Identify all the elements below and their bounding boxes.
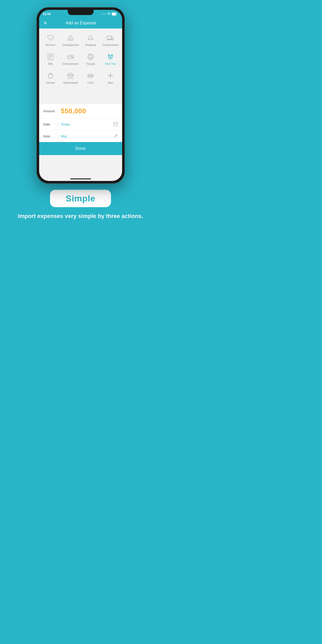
svg-point-29 bbox=[110, 57, 111, 58]
category-label-uncategorized: Uncategorized bbox=[62, 44, 79, 46]
svg-point-19 bbox=[71, 56, 72, 57]
date-label: Date bbox=[43, 122, 58, 126]
note-divider bbox=[58, 134, 58, 139]
coin-icon: $ bbox=[86, 52, 95, 61]
category-kem-thui[interactable]: Kem Thúi bbox=[101, 50, 120, 67]
category-grid: Me Kem Uncategorized bbox=[40, 31, 121, 86]
home-indicator bbox=[70, 178, 91, 179]
svg-point-8 bbox=[108, 39, 109, 40]
svg-text:25: 25 bbox=[115, 124, 116, 125]
amount-divider bbox=[58, 109, 58, 114]
category-label-kem-thui: Kem Thúi bbox=[105, 62, 116, 65]
svg-rect-1 bbox=[112, 13, 116, 15]
svg-point-20 bbox=[72, 57, 73, 58]
status-icons bbox=[101, 12, 117, 16]
battery-icon bbox=[112, 12, 117, 16]
phone-frame: 12:34 bbox=[37, 7, 125, 184]
category-area: Me Kem Uncategorized bbox=[39, 29, 122, 104]
svg-point-9 bbox=[112, 39, 113, 40]
svg-line-49 bbox=[116, 135, 117, 136]
category-entertainment[interactable]: Entertainment bbox=[61, 50, 80, 67]
signal-icon bbox=[101, 14, 106, 15]
tagline: Import expenses very simple by three act… bbox=[10, 212, 151, 220]
note-value: Meji bbox=[61, 134, 114, 138]
date-row[interactable]: Date Today 25 bbox=[39, 118, 122, 130]
category-shopping[interactable]: Shopping bbox=[81, 31, 100, 48]
warning-icon bbox=[66, 33, 75, 43]
category-label-tra-gop: Trả góp bbox=[86, 62, 95, 65]
svg-marker-37 bbox=[67, 73, 74, 75]
simple-badge: Simple bbox=[50, 190, 111, 207]
category-new[interactable]: New bbox=[101, 68, 120, 86]
bag-icon bbox=[46, 71, 55, 80]
plus-icon bbox=[106, 71, 115, 80]
category-food[interactable]: Food bbox=[81, 68, 100, 86]
pencil-icon bbox=[114, 134, 118, 139]
svg-point-3 bbox=[70, 39, 71, 40]
status-time: 12:34 bbox=[43, 12, 51, 16]
close-button[interactable]: ✕ bbox=[43, 21, 47, 25]
truck-icon bbox=[106, 33, 115, 43]
category-label-vinmart: Vinmart bbox=[46, 81, 55, 84]
svg-rect-11 bbox=[48, 54, 53, 60]
burger-icon bbox=[86, 71, 95, 80]
category-me-kem[interactable]: Me Kem bbox=[41, 31, 60, 48]
bear-icon bbox=[106, 52, 115, 61]
date-value: Today bbox=[61, 122, 113, 126]
spacer bbox=[40, 86, 121, 102]
svg-text:$: $ bbox=[90, 56, 91, 58]
category-label-new: New bbox=[108, 81, 113, 84]
category-uncategorized[interactable]: Uncategorized bbox=[61, 31, 80, 48]
bills-icon bbox=[46, 52, 55, 61]
page-title: Add an Expense bbox=[50, 21, 112, 25]
calendar-icon: 25 bbox=[113, 122, 118, 127]
basket-icon bbox=[86, 33, 95, 43]
category-label-transportation: Transportation bbox=[102, 44, 119, 46]
category-transportation[interactable]: Transportation bbox=[101, 31, 120, 48]
phone-wrapper: 12:34 bbox=[0, 0, 161, 184]
category-vinmart[interactable]: Vinmart bbox=[41, 68, 60, 86]
note-label: Note bbox=[43, 134, 58, 138]
app-header: ✕ Add an Expense bbox=[39, 18, 122, 29]
gamepad-icon bbox=[66, 52, 75, 61]
bank-icon bbox=[66, 71, 75, 80]
category-vietcombank[interactable]: Vietcombank bbox=[61, 68, 80, 86]
notch bbox=[68, 10, 94, 15]
category-tra-gop[interactable]: $ Trả góp bbox=[81, 50, 100, 67]
category-label-food: Food bbox=[88, 81, 94, 84]
amount-row: Amount 550,000 bbox=[39, 104, 122, 118]
amount-label: Amount bbox=[43, 109, 58, 113]
category-label-vietcombank: Vietcombank bbox=[63, 81, 78, 84]
date-divider bbox=[58, 122, 58, 127]
category-label-entertainment: Entertainment bbox=[62, 62, 79, 65]
category-bills[interactable]: Bills bbox=[41, 50, 60, 67]
simple-label: Simple bbox=[66, 193, 95, 203]
heart-icon bbox=[46, 33, 55, 43]
bottom-content: Simple Import expenses very simple by th… bbox=[0, 184, 161, 225]
note-row[interactable]: Note Meji bbox=[39, 130, 122, 142]
wifi-icon bbox=[107, 13, 111, 15]
category-label-bills: Bills bbox=[48, 62, 53, 65]
category-label-shopping: Shopping bbox=[85, 44, 96, 46]
done-button[interactable]: Done bbox=[39, 142, 122, 155]
amount-value[interactable]: 550,000 bbox=[61, 107, 86, 115]
svg-rect-7 bbox=[107, 36, 111, 39]
category-label-me-kem: Me Kem bbox=[46, 44, 55, 46]
form-area: Amount 550,000 Date Today bbox=[39, 104, 122, 155]
phone-inner: 12:34 bbox=[39, 10, 122, 181]
